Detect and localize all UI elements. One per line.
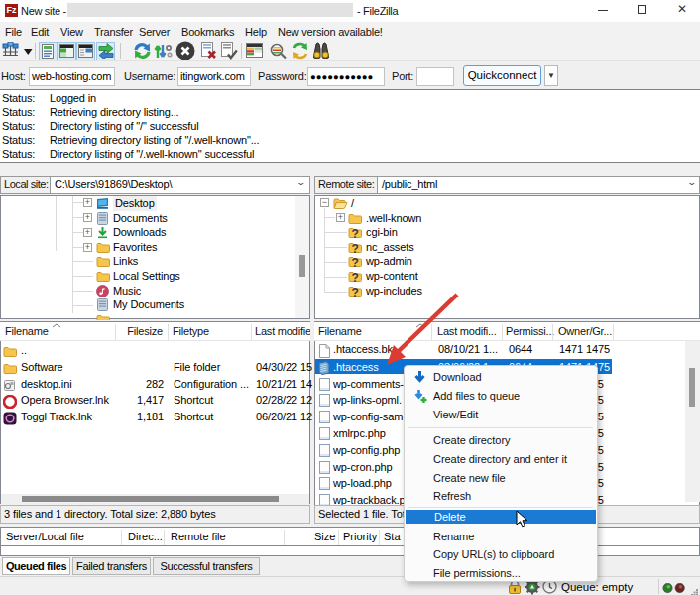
svg-text:?: ?: [351, 271, 358, 284]
svg-text:?: ?: [351, 285, 358, 298]
svg-text:?: ?: [351, 241, 358, 254]
svg-text:?: ?: [351, 227, 358, 240]
svg-text:?: ?: [351, 256, 358, 269]
